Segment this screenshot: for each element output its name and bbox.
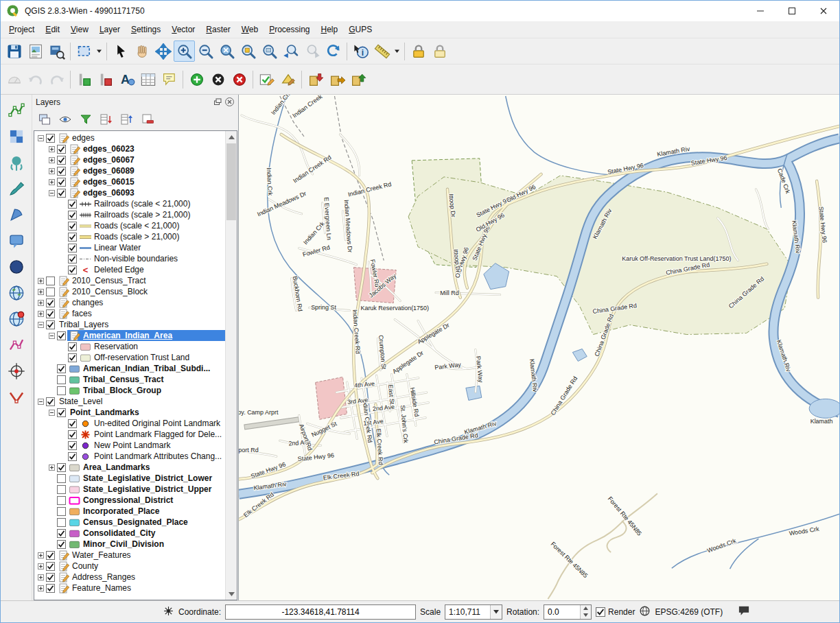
merge-faces-tool[interactable] [5, 177, 28, 200]
expand-expander-icon[interactable] [36, 300, 45, 306]
layer-visibility-checkbox[interactable] [46, 584, 55, 593]
float-panel-button[interactable] [211, 97, 222, 108]
layer-tree-row[interactable]: Point Landmark Flagged for Dele... [34, 429, 225, 440]
layer-name[interactable]: Reservation [94, 342, 138, 351]
layer-tree-row[interactable]: American_Indian_Area [34, 330, 225, 341]
layer-visibility-checkbox[interactable] [68, 200, 77, 209]
layer-name[interactable]: Point_Landmarks [70, 408, 139, 417]
layer-visibility-checkbox[interactable] [57, 189, 66, 198]
layer-name[interactable]: Consolidated_City [83, 528, 155, 538]
expand-expander-icon[interactable] [36, 563, 45, 569]
layer-tree-row[interactable]: Roads (scale > 21,000) [34, 231, 225, 242]
pan-to-selection-button[interactable] [152, 40, 174, 62]
layer-name[interactable]: Tribal_Block_Group [83, 386, 161, 395]
layer-visibility-checkbox[interactable] [68, 430, 77, 439]
composer-manager-button[interactable] [46, 40, 67, 62]
map-tips-button[interactable] [159, 69, 180, 90]
add-linear-feature-tool[interactable] [5, 99, 28, 121]
scroll-up-arrow[interactable] [226, 131, 237, 143]
layer-name[interactable]: State_Level [59, 397, 102, 406]
layers-scrollbar[interactable] [225, 131, 237, 600]
menu-item-processing[interactable]: Processing [264, 22, 315, 37]
layer-visibility-checkbox[interactable] [46, 298, 55, 307]
layer-visibility-checkbox[interactable] [46, 277, 55, 285]
zoom-last-button[interactable] [280, 40, 301, 62]
layer-name[interactable]: 2010_Census_Tract [72, 276, 146, 285]
layer-tree-row[interactable]: Tribal_Block_Group [34, 385, 225, 396]
layer-tree-row[interactable]: Tribal_Census_Tract [34, 374, 225, 385]
layer-tree-row[interactable]: Consolidated_City [34, 528, 225, 539]
layer-name[interactable]: edges_06089 [83, 166, 135, 176]
expand-expander-icon[interactable] [36, 311, 45, 317]
layer-name[interactable]: Point Landmark Attributes Chang... [94, 451, 222, 461]
layer-visibility-checkbox[interactable] [46, 551, 55, 560]
scrollbar-thumb[interactable] [226, 143, 236, 220]
menu-item-project[interactable]: Project [3, 22, 40, 37]
expand-expander-icon[interactable] [47, 168, 56, 174]
layer-visibility-checkbox[interactable] [57, 386, 66, 395]
layer-tree-row[interactable]: Linear Water [34, 242, 225, 253]
render-checkbox[interactable]: Render [596, 607, 635, 617]
layer-visibility-checkbox[interactable] [57, 156, 66, 165]
expand-expander-icon[interactable] [47, 465, 56, 471]
crs-status-label[interactable]: EPSG:4269 (OTF) [655, 607, 723, 617]
labeling-button[interactable]: A [116, 69, 137, 90]
layer-name[interactable]: Feature_Names [72, 583, 131, 593]
layer-tree-row[interactable]: State_Legislative_District_Lower [34, 473, 225, 484]
layer-tree-row[interactable]: Incorporated_Place [34, 506, 225, 517]
layer-visibility-checkbox[interactable] [46, 287, 55, 296]
expand-expander-icon[interactable] [36, 552, 45, 559]
layer-name[interactable]: Off-reservation Trust Land [94, 353, 189, 362]
rotation-up-arrow[interactable] [581, 605, 591, 612]
layer-tree-row[interactable]: 2010_Census_Block [34, 286, 225, 297]
layer-name[interactable]: Non-visible boundaries [94, 254, 178, 263]
layer-visibility-checkbox[interactable] [68, 233, 77, 242]
touch-zoom-button[interactable] [110, 40, 131, 62]
close-button[interactable] [808, 1, 839, 21]
layer-name[interactable]: Deleted Edge [94, 265, 144, 274]
layer-name[interactable]: Railroads (scale > 21,000) [94, 210, 190, 220]
layer-visibility-checkbox[interactable] [57, 496, 66, 505]
measure-button[interactable] [371, 40, 393, 62]
layer-name[interactable]: edges_06023 [83, 144, 135, 154]
pan-map-button[interactable] [131, 40, 152, 62]
layer-visibility-checkbox[interactable] [57, 178, 66, 187]
layer-name[interactable]: Area_Landmarks [83, 462, 150, 472]
layer-name[interactable]: Minor_Civil_Division [83, 539, 164, 549]
layer-name[interactable]: New Point Landmark [94, 440, 170, 450]
layer-visibility-checkbox[interactable] [46, 397, 55, 406]
layer-tree-row[interactable]: Minor_Civil_Division [34, 539, 225, 550]
expand-expander-icon[interactable] [36, 278, 45, 284]
layer-tree-row[interactable]: Tribal_Layers [34, 319, 225, 330]
layer-tree-row[interactable]: Congressional_District [34, 495, 225, 506]
layer-name[interactable]: Un-edited Original Point Landmark [94, 419, 220, 428]
holding-bin-tool[interactable] [5, 255, 28, 278]
expand-expander-icon[interactable] [36, 289, 45, 295]
layer-name[interactable]: Tribal_Census_Tract [83, 375, 163, 384]
layer-name[interactable]: Railroads (scale < 21,000) [94, 199, 190, 209]
scale-dropdown-icon[interactable] [490, 605, 502, 619]
export-changes-button[interactable] [326, 69, 347, 90]
layer-name[interactable]: Point Landmark Flagged for Dele... [94, 430, 222, 439]
layer-tree-row[interactable]: County [34, 561, 225, 572]
layer-tree-row[interactable]: edges_06067 [34, 154, 225, 165]
save-current-edits-button[interactable] [73, 69, 95, 90]
zoom-to-selection-button[interactable] [237, 40, 259, 62]
refresh-map-button[interactable] [323, 40, 344, 62]
review-changes-button[interactable] [256, 69, 277, 90]
layer-visibility-checkbox[interactable] [57, 507, 66, 516]
attribute-table-button[interactable] [137, 69, 159, 90]
filter-legend-button[interactable] [77, 111, 94, 128]
layer-name[interactable]: Roads (scale < 21,000) [94, 221, 179, 231]
layer-visibility-checkbox[interactable] [46, 309, 55, 318]
scale-combobox[interactable]: 1:10,711 [445, 604, 502, 620]
layer-visibility-checkbox[interactable] [68, 222, 77, 231]
layer-name[interactable]: edges_06015 [83, 177, 135, 187]
collapse-expander-icon[interactable] [36, 399, 45, 405]
layer-visibility-checkbox[interactable] [57, 331, 66, 340]
layer-name[interactable]: changes [72, 298, 103, 307]
map-canvas[interactable]: Karuk Off-Reservation Trust Land(1750)Ka… [238, 95, 839, 600]
crs-globe-icon[interactable] [639, 605, 651, 619]
import-project-button[interactable] [347, 69, 369, 90]
layer-name[interactable]: edges_06067 [83, 155, 135, 165]
